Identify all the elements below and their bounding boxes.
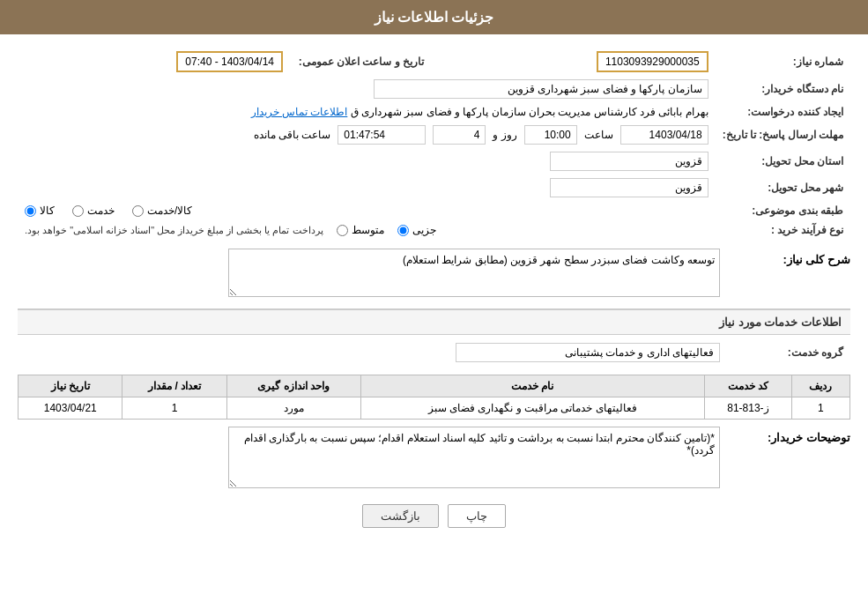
radio-partial-item[interactable]: جزیی [397, 224, 436, 236]
radio-goods-item[interactable]: کالا [25, 204, 55, 217]
creator-link[interactable]: اطلاعات تماس خریدار [251, 106, 348, 118]
radio-goods-service-label: کالا/خدمت [147, 204, 192, 217]
back-button[interactable]: بازگشت [362, 504, 439, 528]
need-number-label: شماره نیاز: [716, 48, 850, 76]
page-title: جزئیات اطلاعات نیاز [375, 10, 494, 25]
deadline-label: مهلت ارسال پاسخ: تا تاریخ: [716, 122, 850, 148]
announce-date-value: 1403/04/14 - 07:40 [18, 48, 290, 76]
description-section: شرح کلی نیاز: [18, 249, 850, 300]
buyer-notes-textarea[interactable] [228, 427, 720, 488]
table-row: 1 ز-813-81 فعالیتهای خدماتی مراقبت و نگه… [19, 397, 850, 420]
radio-goods[interactable] [25, 205, 36, 217]
purchase-type-label: نوع فرآیند خرید : [716, 220, 850, 240]
page-header: جزئیات اطلاعات نیاز [0, 0, 868, 34]
buyer-org-value [18, 76, 716, 102]
description-label: شرح کلی نیاز: [727, 249, 850, 266]
radio-service-item[interactable]: خدمت [72, 204, 115, 217]
radio-service-label: خدمت [87, 204, 115, 217]
service-group-input[interactable] [456, 343, 720, 362]
col-service-code: کد خدمت [704, 375, 791, 397]
radio-medium[interactable] [337, 225, 348, 236]
creator-label: ایجاد کننده درخواست: [716, 102, 850, 122]
radio-goods-service[interactable] [132, 205, 144, 217]
buyer-org-label: نام دستگاه خریدار: [716, 76, 850, 102]
days-remaining-input[interactable] [433, 125, 486, 145]
cell-unit: مورد [226, 397, 360, 420]
announce-date-label: تاریخ و ساعت اعلان عمومی: [290, 48, 431, 76]
need-number-value: 1103093929000035 [431, 48, 716, 76]
col-row-num: ردیف [791, 375, 849, 397]
col-service-name: نام خدمت [360, 375, 704, 397]
deadline-row: ساعت روز و ساعت باقی مانده [18, 122, 716, 148]
radio-partial-label: جزیی [412, 224, 436, 236]
description-textarea[interactable] [228, 249, 720, 297]
creator-value: بهرام بابائی فرد کارشناس مدیریت بحران سا… [18, 102, 716, 122]
radio-medium-item[interactable]: متوسط [337, 224, 384, 236]
radio-goods-service-item[interactable]: کالا/خدمت [132, 204, 192, 217]
city-value [18, 175, 716, 201]
buyer-notes-label: توضیحات خریدار: [727, 427, 850, 444]
col-quantity: تعداد / مقدار [122, 375, 226, 397]
province-label: استان محل تحویل: [716, 148, 850, 175]
btn-row: چاپ بازگشت [18, 504, 850, 528]
purchase-type-row: پرداخت تمام یا بخشی از مبلغ خریداز محل "… [18, 220, 716, 240]
cell-service-name: فعالیتهای خدماتی مراقبت و نگهداری فضای س… [360, 397, 704, 420]
city-label: شهر محل تحویل: [716, 175, 850, 201]
col-date: تاریخ نیاز [19, 375, 122, 397]
time-remaining-input[interactable] [338, 125, 426, 145]
radio-service[interactable] [72, 205, 84, 217]
deadline-date-input[interactable] [620, 125, 708, 145]
col-unit: واحد اندازه گیری [226, 375, 360, 397]
description-value-container [18, 249, 727, 300]
info-table: شماره نیاز: 1103093929000035 تاریخ و ساع… [18, 48, 850, 240]
buyer-notes-container [18, 427, 727, 491]
province-input[interactable] [550, 152, 708, 171]
category-label: طبقه بندی موضوعی: [716, 201, 850, 220]
service-group-label: گروه خدمت: [727, 339, 850, 366]
cell-row-num: 1 [791, 397, 849, 420]
radio-partial[interactable] [397, 225, 409, 236]
service-group-value [18, 339, 727, 366]
services-section-title: اطلاعات خدمات مورد نیاز [18, 308, 850, 335]
province-value [18, 148, 716, 175]
deadline-time-input[interactable] [524, 125, 577, 145]
cell-service-code: ز-813-81 [704, 397, 791, 420]
buyer-notes-section: توضیحات خریدار: [18, 427, 850, 491]
cell-date: 1403/04/21 [19, 397, 122, 420]
buyer-org-input[interactable] [374, 79, 708, 99]
category-radio: کالا/خدمت خدمت کالا [18, 201, 716, 220]
purchase-note: پرداخت تمام یا بخشی از مبلغ خریداز محل "… [25, 225, 323, 236]
print-button[interactable]: چاپ [448, 504, 506, 528]
city-input[interactable] [550, 178, 708, 197]
radio-goods-label: کالا [40, 204, 55, 217]
services-table: ردیف کد خدمت نام خدمت واحد اندازه گیری ت… [18, 375, 850, 420]
service-group-table: گروه خدمت: [18, 339, 850, 366]
radio-medium-label: متوسط [352, 224, 384, 236]
cell-quantity: 1 [122, 397, 226, 420]
